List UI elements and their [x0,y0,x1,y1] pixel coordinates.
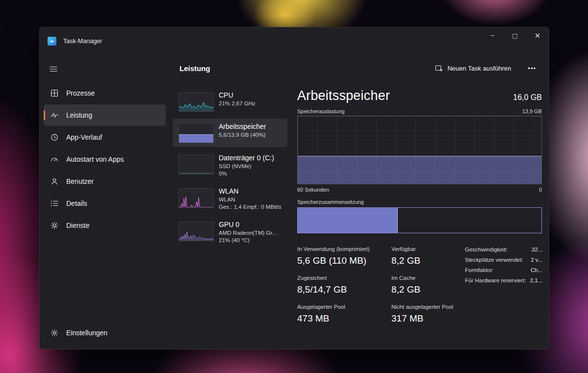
startup-gauge-icon [51,155,58,163]
detail-title: Arbeitsspeicher [297,88,390,103]
memory-detail-pane: Arbeitsspeicher 16,0 GB Speicherauslastu… [297,87,542,343]
perf-item-title: Arbeitsspeicher [219,123,283,130]
composition-label: Speicherzusammensetzung [297,199,542,205]
perf-item-memory[interactable]: Arbeitsspeicher 5,6/13,9 GB (40%) [173,119,287,147]
window-title: Task-Manager [63,38,102,45]
sidebar-item-label: Autostart von Apps [66,155,124,163]
processes-icon [51,89,58,97]
perf-item-disk[interactable]: Datenträger 0 (C:) SSD (NVMe) 0% [173,150,287,180]
perf-item-title: WLAN [219,187,283,195]
stat-paged-pool: Ausgelagerter Pool 473 MB [297,304,391,324]
more-options-button[interactable]: ••• [523,62,541,75]
perf-item-subtitle: WLAN [219,197,283,202]
perf-item-subtitle: 5,6/13,9 GB (40%) [219,132,283,138]
sidebar-item-label: Einstellungen [66,329,107,337]
cpu-thumbnail-graph [179,92,214,112]
sidebar-item-app-verlauf[interactable]: App-Verlauf [44,126,166,148]
sidebar: Prozesse Leistung App-Verlauf Autostart … [40,55,170,349]
stat-cached: Im Cache 8,2 GB [391,275,465,295]
wlan-thumbnail-graph [179,188,214,208]
sidebar-item-label: App-Verlauf [66,133,102,141]
performance-list: CPU 21% 2,67 GHz Arbeitsspeicher 5,6/13,… [173,87,287,343]
chart-zero-label: 0 [539,187,542,193]
perf-item-subtitle: 21% 2,67 GHz [219,100,283,106]
perf-item-subtitle2: Ges.: 1,4 Empf.: 0 MBit/s [219,204,283,210]
hamburger-icon [50,65,57,73]
usage-chart-max: 13,9 GB [522,108,542,114]
gpu-thumbnail-graph [179,222,214,241]
app-history-icon [51,133,58,141]
perf-item-wlan[interactable]: WLAN WLAN Ges.: 1,4 Empf.: 0 MBit/s [173,183,287,214]
users-icon [51,177,58,185]
run-new-task-button[interactable]: Neuen Task ausführen [430,61,516,75]
hw-speed: Geschwindigkeit: 32... [465,247,542,252]
sidebar-spacer [44,237,166,322]
memory-total: 16,0 GB [513,93,542,102]
perf-item-title: Datenträger 0 (C:) [219,154,283,162]
performance-icon [51,111,58,119]
sidebar-item-dienste[interactable]: Dienste [44,215,166,236]
sidebar-item-label: Leistung [66,111,92,119]
stat-committed: Zugesichert 8,5/14,7 GB [297,275,391,295]
memory-thumbnail-graph [179,124,214,143]
perf-item-subtitle2: 0% [219,171,283,176]
sidebar-item-autostart[interactable]: Autostart von Apps [44,149,166,170]
sidebar-item-details[interactable]: Details [44,193,166,214]
stat-available: Verfügbar 8,2 GB [391,246,465,266]
sidebar-item-leistung[interactable]: Leistung [44,104,166,126]
sidebar-item-benutzer[interactable]: Benutzer [44,171,166,192]
stat-nonpaged-pool: Nicht ausgelagerter Pool 317 MB [391,304,465,324]
perf-item-subtitle: SSD (NVMe) [219,163,283,169]
memory-usage-chart [297,116,542,184]
hw-slots: Steckplätze verwendet: 2 v... [465,257,542,263]
run-new-task-label: Neuen Task ausführen [447,65,511,72]
services-gear-icon [51,222,58,229]
perf-item-cpu[interactable]: CPU 21% 2,67 GHz [173,87,287,116]
hardware-info: Geschwindigkeit: 32... Steckplätze verwe… [465,246,542,324]
perf-item-title: GPU 0 [219,221,283,228]
usage-chart-label: Speicherauslastung [297,108,345,114]
new-task-icon [435,64,443,72]
menu-button[interactable] [44,60,65,78]
sidebar-item-label: Details [66,199,87,207]
sidebar-item-label: Dienste [66,222,89,229]
disk-thumbnail-graph [179,155,214,174]
memory-usage-area [298,156,541,184]
window-controls: ─ □ ✕ [481,27,549,55]
perf-item-subtitle2: 21% (40 °C) [219,237,283,243]
sidebar-item-label: Prozesse [66,89,95,97]
perf-item-gpu[interactable]: GPU 0 AMD Radeon(TM) Gr... 21% (40 °C) [173,217,287,247]
perf-item-title: CPU [219,91,283,99]
task-manager-app-icon [48,37,56,46]
memory-stats-grid: In Verwendung (komprimiert) 5,6 GB (110 … [297,246,465,324]
page-title: Leistung [179,64,210,73]
sidebar-item-prozesse[interactable]: Prozesse [44,82,166,104]
titlebar: Task-Manager ─ □ ✕ [40,27,549,55]
details-list-icon [51,199,58,207]
stat-in-use: In Verwendung (komprimiert) 5,6 GB (110 … [297,246,391,266]
hw-form-factor: Formfaktor: Ch... [465,267,542,273]
task-manager-window: Task-Manager ─ □ ✕ Prozesse Leistung App… [39,27,549,349]
close-button[interactable]: ✕ [526,27,549,44]
memory-composition-bar [297,207,542,233]
sidebar-item-einstellungen[interactable]: Einstellungen [44,322,166,344]
maximize-button[interactable]: □ [504,27,526,44]
settings-gear-icon [51,329,58,337]
hw-reserved: Für Hardware reserviert: 2,1... [465,277,542,283]
perf-item-subtitle: AMD Radeon(TM) Gr... [219,230,283,236]
chart-time-span-label: 60 Sekunden [297,187,329,193]
memory-in-use-segment [298,208,398,233]
page-header: Leistung Neuen Task ausführen ••• [170,55,549,81]
sidebar-item-label: Benutzer [66,177,94,185]
minimize-button[interactable]: ─ [481,27,504,44]
